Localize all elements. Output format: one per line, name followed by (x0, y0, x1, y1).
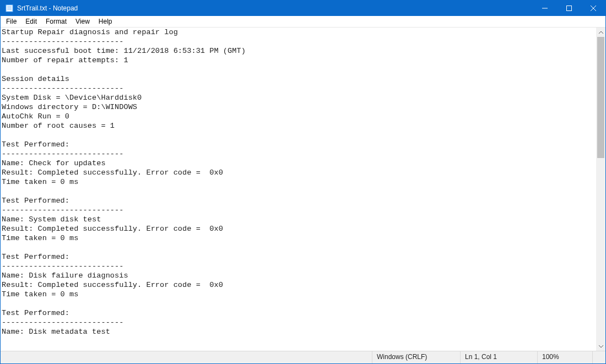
menu-edit[interactable]: Edit (21, 17, 41, 26)
chevron-down-icon (599, 344, 603, 349)
status-encoding: Windows (CRLF) (372, 351, 460, 363)
close-button[interactable] (581, 1, 605, 16)
menu-help[interactable]: Help (94, 17, 117, 26)
menu-file[interactable]: File (2, 17, 21, 26)
vertical-scrollbar[interactable] (596, 28, 605, 351)
status-spacer (1, 351, 372, 363)
editor-area: Startup Repair diagnosis and repair log … (1, 28, 605, 351)
notepad-window: SrtTrail.txt - Notepad File Edit Format … (0, 0, 606, 364)
status-zoom: 100% (537, 351, 592, 363)
status-position: Ln 1, Col 1 (460, 351, 537, 363)
titlebar[interactable]: SrtTrail.txt - Notepad (1, 1, 605, 16)
scroll-down-button[interactable] (596, 341, 605, 351)
maximize-button[interactable] (557, 1, 581, 16)
scroll-up-button[interactable] (596, 28, 605, 37)
text-content[interactable]: Startup Repair diagnosis and repair log … (1, 28, 596, 351)
resize-grip[interactable] (592, 351, 605, 363)
scroll-track[interactable] (596, 37, 605, 341)
svg-rect-5 (567, 6, 572, 11)
minimize-icon (542, 6, 548, 11)
statusbar: Windows (CRLF) Ln 1, Col 1 100% (1, 351, 605, 363)
menu-format[interactable]: Format (41, 17, 71, 26)
minimize-button[interactable] (533, 1, 557, 16)
menubar: File Edit Format View Help (1, 16, 605, 28)
notepad-icon (5, 4, 14, 13)
scroll-thumb[interactable] (597, 37, 604, 158)
maximize-icon (566, 6, 572, 11)
close-icon (591, 6, 596, 11)
chevron-up-icon (599, 30, 603, 35)
menu-view[interactable]: View (71, 17, 94, 26)
window-title: SrtTrail.txt - Notepad (17, 4, 78, 12)
